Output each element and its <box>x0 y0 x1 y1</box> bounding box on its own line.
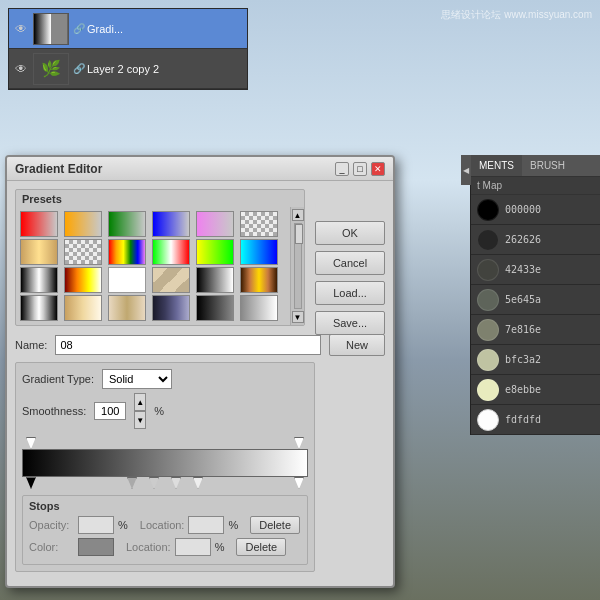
layer-item[interactable]: 👁 🌿 🔗 Layer 2 copy 2 <box>9 49 247 89</box>
swatch-label: fdfdfd <box>505 414 541 425</box>
layer-visibility-icon[interactable]: 👁 <box>13 61 29 77</box>
opacity-stop-right[interactable] <box>294 437 304 449</box>
color-location-input[interactable] <box>175 538 211 556</box>
swatch-item[interactable]: 42433e <box>471 255 600 285</box>
close-button[interactable]: ✕ <box>371 162 385 176</box>
swatch-item[interactable]: e8ebbe <box>471 375 600 405</box>
presets-container: ▲ ▼ <box>16 207 304 325</box>
new-button[interactable]: New <box>329 334 385 356</box>
opacity-stop-left[interactable] <box>26 437 36 449</box>
preset-item[interactable] <box>64 239 102 265</box>
scroll-thumb[interactable] <box>295 224 303 244</box>
tab-brush[interactable]: BRUSH <box>522 155 573 176</box>
preset-item[interactable] <box>64 295 102 321</box>
minimize-button[interactable]: _ <box>335 162 349 176</box>
preset-item[interactable] <box>64 211 102 237</box>
layers-panel: 👁 🔗 Gradi... 👁 🌿 🔗 Layer 2 copy 2 <box>8 8 248 90</box>
dialog-action-buttons: OK Cancel Load... Save... <box>315 221 385 335</box>
panel-collapse-icon[interactable]: ◀ <box>461 155 471 185</box>
color-stop-white[interactable] <box>294 477 304 489</box>
opacity-input[interactable] <box>78 516 114 534</box>
presets-grid-inner <box>16 207 290 325</box>
right-panel: ◀ MENTS BRUSH t Map 000000 262626 42433e… <box>470 155 600 435</box>
tab-adjustments[interactable]: MENTS <box>471 155 522 176</box>
preset-item[interactable] <box>20 211 58 237</box>
preset-item[interactable] <box>196 295 234 321</box>
color-stop-black[interactable] <box>26 477 36 489</box>
color-stop-mid1[interactable] <box>127 477 137 489</box>
preset-item[interactable] <box>20 295 58 321</box>
swatch-label: 262626 <box>505 234 541 245</box>
swatches-list: 000000 262626 42433e 5e645a 7e816e bfc3a… <box>471 195 600 435</box>
color-delete-button[interactable]: Delete <box>236 538 286 556</box>
layer-item[interactable]: 👁 🔗 Gradi... <box>9 9 247 49</box>
swatch-color <box>477 319 499 341</box>
preset-item[interactable] <box>152 295 190 321</box>
swatch-item[interactable]: bfc3a2 <box>471 345 600 375</box>
dialog-window-controls: _ □ ✕ <box>335 162 385 176</box>
opacity-delete-button[interactable]: Delete <box>250 516 300 534</box>
swatch-item[interactable]: 262626 <box>471 225 600 255</box>
name-label: Name: <box>15 339 47 351</box>
color-swatch-input[interactable] <box>78 538 114 556</box>
color-stop-mid3[interactable] <box>171 477 181 489</box>
preset-item[interactable] <box>240 239 278 265</box>
swatch-color <box>477 379 499 401</box>
layer-name: Gradi... <box>87 23 243 35</box>
gradient-type-select[interactable]: Solid <box>102 369 172 389</box>
preset-item[interactable] <box>20 267 58 293</box>
dialog-title: Gradient Editor <box>15 162 102 176</box>
maximize-button[interactable]: □ <box>353 162 367 176</box>
scroll-track <box>294 223 302 309</box>
gradient-settings-box: Gradient Type: Solid Smoothness: ▲ ▼ % <box>15 362 315 572</box>
preset-item[interactable] <box>240 267 278 293</box>
swatch-label: 000000 <box>505 204 541 215</box>
watermark: 思绪设计论坛 www.missyuan.com <box>441 8 592 22</box>
load-button[interactable]: Load... <box>315 281 385 305</box>
color-stop-row: Color: Location: % Delete <box>29 538 301 556</box>
preset-item[interactable] <box>108 211 146 237</box>
color-stop-mid4[interactable] <box>193 477 203 489</box>
preset-item[interactable] <box>152 239 190 265</box>
swatch-label: 42433e <box>505 264 541 275</box>
scroll-up-button[interactable]: ▲ <box>292 209 304 221</box>
stops-title: Stops <box>29 500 301 512</box>
color-stop-mid2[interactable] <box>149 477 159 489</box>
panel-subtitle: t Map <box>471 177 600 195</box>
layer-link-icon: 🔗 <box>73 63 83 74</box>
gradient-bar[interactable] <box>22 449 308 477</box>
swatch-item[interactable]: 000000 <box>471 195 600 225</box>
save-button[interactable]: Save... <box>315 311 385 335</box>
name-row: Name: New <box>15 334 385 356</box>
swatch-item[interactable]: fdfdfd <box>471 405 600 435</box>
swatch-color <box>477 349 499 371</box>
opacity-stops-row <box>22 435 308 449</box>
swatch-item[interactable]: 7e816e <box>471 315 600 345</box>
gradient-type-row: Gradient Type: Solid <box>22 369 308 389</box>
preset-item[interactable] <box>108 295 146 321</box>
ok-button[interactable]: OK <box>315 221 385 245</box>
layer-visibility-icon[interactable]: 👁 <box>13 21 29 37</box>
preset-item[interactable] <box>240 211 278 237</box>
name-input[interactable] <box>55 335 321 355</box>
preset-item[interactable] <box>152 211 190 237</box>
preset-item[interactable] <box>240 295 278 321</box>
preset-item[interactable] <box>108 267 146 293</box>
opacity-location-input[interactable] <box>188 516 224 534</box>
smoothness-input[interactable] <box>94 402 126 420</box>
swatch-color <box>477 289 499 311</box>
smoothness-row: Smoothness: ▲ ▼ % <box>22 393 308 429</box>
preset-item[interactable] <box>108 239 146 265</box>
swatch-item[interactable]: 5e645a <box>471 285 600 315</box>
preset-item[interactable] <box>20 239 58 265</box>
smoothness-increment-button[interactable]: ▲ <box>134 393 146 411</box>
preset-item[interactable] <box>196 211 234 237</box>
preset-item[interactable] <box>196 239 234 265</box>
preset-item[interactable] <box>152 267 190 293</box>
preset-item[interactable] <box>64 267 102 293</box>
smoothness-decrement-button[interactable]: ▼ <box>134 411 146 429</box>
scroll-down-button[interactable]: ▼ <box>292 311 304 323</box>
color-stops-middle <box>127 477 203 489</box>
preset-item[interactable] <box>196 267 234 293</box>
cancel-button[interactable]: Cancel <box>315 251 385 275</box>
